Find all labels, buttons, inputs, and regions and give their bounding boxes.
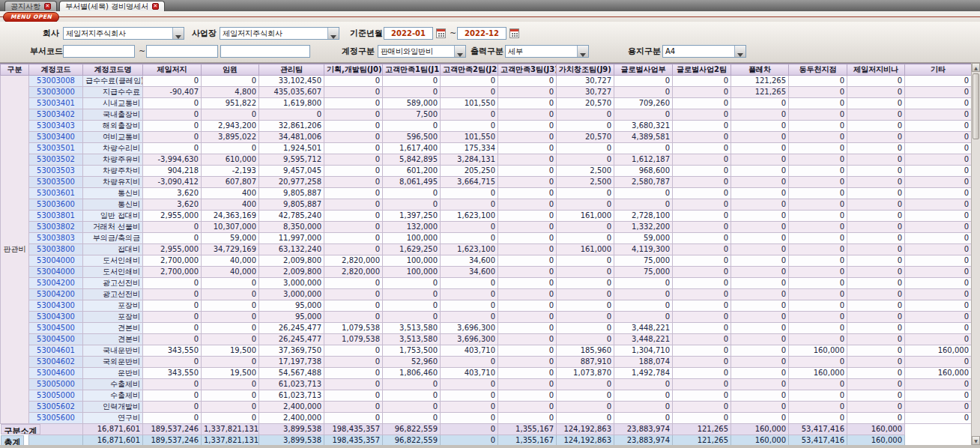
amount-cell[interactable]: 0 (498, 87, 557, 98)
amount-cell[interactable]: 0 (847, 177, 905, 188)
amount-cell[interactable]: 0 (557, 402, 614, 413)
account-code-cell[interactable]: 53003600 (29, 199, 83, 211)
amount-cell[interactable]: 0 (847, 323, 905, 334)
amount-cell[interactable]: 0 (847, 109, 905, 121)
amount-cell[interactable]: 8,061,495 (383, 177, 441, 188)
amount-cell[interactable]: 2,820,000 (324, 255, 383, 267)
amount-cell[interactable]: 400 (202, 188, 259, 199)
account-name-cell[interactable]: 차량주유비 (83, 154, 143, 166)
amount-cell[interactable]: 0 (498, 199, 557, 211)
amount-cell[interactable]: 0 (789, 188, 847, 199)
amount-cell[interactable]: 0 (441, 402, 498, 413)
account-name-cell[interactable]: 광고선전비 (83, 289, 143, 300)
calendar-icon[interactable] (436, 28, 446, 38)
amount-cell[interactable]: 0 (905, 143, 972, 154)
table-row[interactable]: 53003801일반 접대비2,955,00024,363,16942,785,… (1, 211, 972, 222)
account-name-cell[interactable]: 통신비 (83, 199, 143, 211)
column-header[interactable]: 관리팀 (259, 64, 324, 76)
amount-cell[interactable]: 904,218 (143, 166, 202, 177)
amount-cell[interactable]: 0 (202, 278, 259, 289)
amount-cell[interactable]: 1,806,460 (383, 368, 441, 379)
amount-cell[interactable]: 4,119,300 (614, 244, 673, 255)
account-code-cell[interactable]: 53003503 (29, 166, 83, 177)
amount-cell[interactable]: 0 (614, 188, 673, 199)
table-row[interactable]: 53005602인력개발비002,400,00000000000000 (1, 402, 972, 413)
amount-cell[interactable]: 0 (789, 143, 847, 154)
amount-cell[interactable]: 0 (498, 98, 557, 109)
account-code-cell[interactable]: 53005602 (29, 402, 83, 413)
amount-cell[interactable]: 0 (383, 379, 441, 390)
amount-cell[interactable]: 0 (324, 87, 383, 98)
amount-cell[interactable]: 0 (673, 255, 731, 267)
amount-cell[interactable]: 0 (143, 278, 202, 289)
amount-cell[interactable]: 1,612,187 (614, 154, 673, 166)
amount-cell[interactable]: 0 (673, 87, 731, 98)
amount-cell[interactable]: 0 (324, 312, 383, 323)
column-header[interactable]: 플레차 (731, 64, 789, 76)
period-to-input[interactable]: 2022-12 (457, 27, 506, 40)
amount-cell[interactable]: 0 (731, 402, 789, 413)
amount-cell[interactable]: 0 (847, 255, 905, 267)
amount-cell[interactable]: 0 (143, 76, 202, 87)
amount-cell[interactable]: 0 (905, 76, 972, 87)
amount-cell[interactable]: 343,550 (143, 345, 202, 357)
amount-cell[interactable]: 0 (557, 289, 614, 300)
amount-cell[interactable]: 0 (498, 222, 557, 233)
amount-cell[interactable]: 0 (324, 413, 383, 424)
amount-cell[interactable]: 0 (202, 413, 259, 424)
amount-cell[interactable]: 0 (847, 244, 905, 255)
amount-cell[interactable]: 0 (673, 98, 731, 109)
amount-cell[interactable]: 0 (905, 132, 972, 143)
account-code-cell[interactable]: 53003802 (29, 222, 83, 233)
amount-cell[interactable]: 0 (383, 76, 441, 87)
amount-cell[interactable]: 887,910 (557, 357, 614, 368)
amount-cell[interactable]: 160,000 (789, 345, 847, 357)
amount-cell[interactable]: 0 (324, 154, 383, 166)
amount-cell[interactable]: 20,570 (557, 132, 614, 143)
amount-cell[interactable]: 0 (673, 199, 731, 211)
amount-cell[interactable]: 0 (789, 121, 847, 132)
amount-cell[interactable]: 0 (905, 390, 972, 402)
tab-expense-report[interactable]: 부서별(세목) 경비명세서 ✕ (59, 1, 165, 11)
amount-cell[interactable]: 0 (202, 390, 259, 402)
amount-cell[interactable]: 3,284,131 (441, 154, 498, 166)
table-row[interactable]: 53003501차량수리비001,924,50101,617,400175,33… (1, 143, 972, 154)
account-name-cell[interactable]: 포장비 (83, 300, 143, 312)
amount-cell[interactable]: 0 (789, 402, 847, 413)
amount-cell[interactable]: 0 (905, 233, 972, 244)
amount-cell[interactable]: 0 (731, 368, 789, 379)
amount-cell[interactable]: 0 (905, 312, 972, 323)
amount-cell[interactable]: 0 (202, 143, 259, 154)
amount-cell[interactable]: 1,304,710 (614, 345, 673, 357)
amount-cell[interactable]: 0 (731, 154, 789, 166)
amount-cell[interactable]: 0 (789, 413, 847, 424)
amount-cell[interactable]: 0 (324, 233, 383, 244)
account-name-cell[interactable]: 거래처 선물비 (83, 222, 143, 233)
paper-type-select[interactable]: A4 (662, 45, 746, 58)
table-row[interactable]: 53003401시내교통비0951,8221,619,8000589,00010… (1, 98, 972, 109)
amount-cell[interactable]: 0 (383, 121, 441, 132)
amount-cell[interactable]: 0 (324, 368, 383, 379)
amount-cell[interactable]: 0 (498, 132, 557, 143)
scrollbar-thumb[interactable] (973, 73, 979, 139)
table-row[interactable]: 53003503차량주차비904,218-2,1939,457,0450601,… (1, 166, 972, 177)
amount-cell[interactable]: 0 (673, 334, 731, 345)
amount-cell[interactable]: 3,696,300 (441, 323, 498, 334)
account-name-cell[interactable]: 포장비 (83, 312, 143, 323)
menu-open-button[interactable]: MENU OPEN (3, 12, 59, 22)
amount-cell[interactable]: 0 (324, 379, 383, 390)
amount-cell[interactable]: 596,500 (383, 132, 441, 143)
amount-cell[interactable]: 2,500 (557, 177, 614, 188)
chevron-down-icon[interactable] (172, 28, 184, 39)
amount-cell[interactable]: 0 (143, 390, 202, 402)
account-name-cell[interactable]: 차량주차비 (83, 166, 143, 177)
table-row[interactable]: 53004601국내운반비343,55019,50037,369,75001,7… (1, 345, 972, 357)
amount-cell[interactable]: 0 (731, 345, 789, 357)
amount-cell[interactable]: 0 (557, 278, 614, 289)
amount-cell[interactable]: 0 (441, 87, 498, 98)
amount-cell[interactable]: 0 (498, 143, 557, 154)
amount-cell[interactable]: 0 (557, 109, 614, 121)
amount-cell[interactable]: 19,500 (202, 345, 259, 357)
account-name-cell[interactable]: 견본비 (83, 334, 143, 345)
account-code-cell[interactable]: 53003501 (29, 143, 83, 154)
